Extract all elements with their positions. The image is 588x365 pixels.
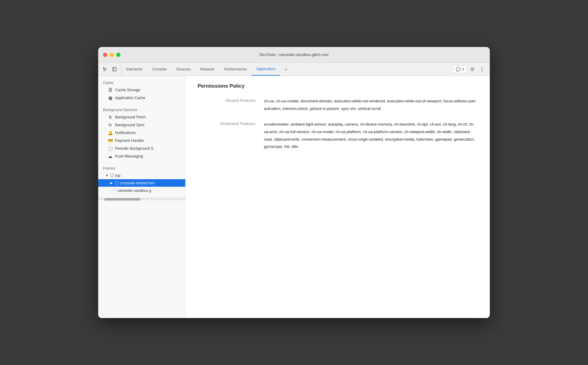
- sidebar: Cache 🗄 Cache Storage ▦ Application Cach…: [98, 76, 186, 318]
- tab-console[interactable]: Console: [147, 63, 171, 76]
- svg-point-4: [482, 69, 483, 70]
- settings-icon[interactable]: [468, 65, 477, 73]
- sidebar-scrollbar[interactable]: [98, 198, 185, 200]
- allowed-value: ch-ua, ch-ua-mobile, document-domain, ex…: [264, 98, 478, 112]
- more-options-icon[interactable]: [478, 65, 486, 73]
- chevron-down-icon: ▼: [105, 174, 109, 177]
- disallowed-features-section: Disallowed Features accelerometer, ambie…: [198, 121, 478, 151]
- payment-icon: 💳: [108, 138, 113, 143]
- sidebar-item-label: Periodic Background S: [115, 146, 153, 151]
- bg-sync-icon: ↻: [108, 123, 113, 127]
- message-badge-button[interactable]: 💬 4: [453, 65, 467, 73]
- tab-application[interactable]: Application: [252, 63, 280, 76]
- maximize-button[interactable]: [116, 53, 120, 57]
- cache-section-label: Cache: [98, 78, 185, 86]
- content-area: Permissions Policy Allowed Features ch-u…: [186, 76, 490, 318]
- allowed-features-section: Allowed Features ch-ua, ch-ua-mobile, do…: [198, 98, 478, 112]
- samesite-label: samesite-sandbox.g: [117, 189, 151, 193]
- sidebar-item-samesite[interactable]: 📄 samesite-sandbox.g: [98, 187, 185, 194]
- svg-point-5: [482, 70, 483, 71]
- close-button[interactable]: [103, 53, 107, 57]
- browser-window: DevTools - samesite-sandbox.glitch.me/ E…: [98, 47, 490, 318]
- sidebar-item-periodic-bg[interactable]: 🕐 Periodic Background S: [98, 145, 185, 152]
- scrollbar-thumb[interactable]: [104, 198, 140, 201]
- spacer: [98, 102, 185, 105]
- toolbar-icon-group: [98, 63, 121, 76]
- sidebar-item-label: Cache Storage: [115, 88, 140, 92]
- frames-section-label: Frames: [98, 164, 185, 172]
- crosssite-label: crosssite-embed.htm: [120, 181, 155, 185]
- file-icon: 📄: [111, 188, 116, 193]
- spacer: [98, 194, 185, 198]
- tab-more[interactable]: »: [280, 63, 292, 76]
- disallowed-label: Disallowed Features: [198, 121, 264, 151]
- allowed-label: Allowed Features: [198, 98, 264, 112]
- tab-performance[interactable]: Performance: [219, 63, 251, 76]
- sidebar-item-notifications[interactable]: 🔔 Notifications: [98, 129, 185, 137]
- sidebar-item-bg-sync[interactable]: ↻ Background Sync: [98, 121, 185, 129]
- svg-point-2: [472, 68, 473, 70]
- frame-icon: ☐: [115, 181, 119, 185]
- svg-rect-0: [113, 67, 116, 71]
- chevron-right-icon: ▶: [110, 181, 114, 185]
- sidebar-item-label: Push Messaging: [115, 154, 143, 158]
- tab-bar: Elements Console Sources Network Perform…: [121, 63, 292, 76]
- svg-point-3: [482, 67, 483, 68]
- cursor-icon[interactable]: [101, 65, 109, 73]
- cache-storage-icon: 🗄: [108, 88, 113, 92]
- frame-top-label: top: [115, 173, 120, 178]
- sidebar-item-payment-handler[interactable]: 💳 Payment Handler: [98, 137, 185, 145]
- push-icon: ☁: [108, 154, 113, 159]
- tab-network[interactable]: Network: [195, 63, 220, 76]
- page-title: Permissions Policy: [198, 83, 478, 89]
- window-controls: [103, 53, 120, 57]
- toolbar-right: 💬 4: [453, 63, 490, 76]
- periodic-bg-icon: 🕐: [108, 146, 113, 151]
- app-cache-icon: ▦: [108, 95, 113, 100]
- bg-services-section-label: Background Services: [98, 105, 185, 113]
- window-title: DevTools - samesite-sandbox.glitch.me/: [259, 52, 329, 57]
- main-content: Cache 🗄 Cache Storage ▦ Application Cach…: [98, 76, 490, 318]
- disallowed-value: accelerometer, ambient-light-sensor, aut…: [264, 121, 478, 151]
- badge-count: 4: [462, 67, 464, 71]
- message-icon: 💬: [456, 67, 461, 72]
- sidebar-item-bg-fetch[interactable]: ⇅ Background Fetch: [98, 113, 185, 121]
- toolbar: Elements Console Sources Network Perform…: [98, 63, 490, 76]
- notifications-icon: 🔔: [108, 130, 113, 135]
- sidebar-item-cache-storage[interactable]: 🗄 Cache Storage: [98, 86, 185, 94]
- sidebar-item-application-cache[interactable]: ▦ Application Cache: [98, 94, 185, 102]
- dock-icon[interactable]: [110, 65, 119, 73]
- spacer: [98, 160, 185, 164]
- frame-icon: ☐: [110, 173, 114, 178]
- minimize-button[interactable]: [110, 53, 114, 57]
- tab-elements[interactable]: Elements: [121, 63, 147, 76]
- sidebar-item-label: Application Cache: [115, 96, 145, 100]
- sidebar-item-label: Background Fetch: [115, 115, 145, 119]
- sidebar-item-label: Background Sync: [115, 123, 145, 127]
- sidebar-item-frame-top[interactable]: ▼ ☐ top: [98, 172, 185, 179]
- titlebar: DevTools - samesite-sandbox.glitch.me/: [98, 47, 490, 63]
- sidebar-item-crosssite[interactable]: ▶ ☐ crosssite-embed.htm: [98, 179, 185, 187]
- tab-sources[interactable]: Sources: [171, 63, 195, 76]
- sidebar-item-push-messaging[interactable]: ☁ Push Messaging: [98, 152, 185, 160]
- sidebar-item-label: Payment Handler: [115, 139, 144, 143]
- bg-fetch-icon: ⇅: [108, 115, 113, 120]
- sidebar-item-label: Notifications: [115, 131, 136, 135]
